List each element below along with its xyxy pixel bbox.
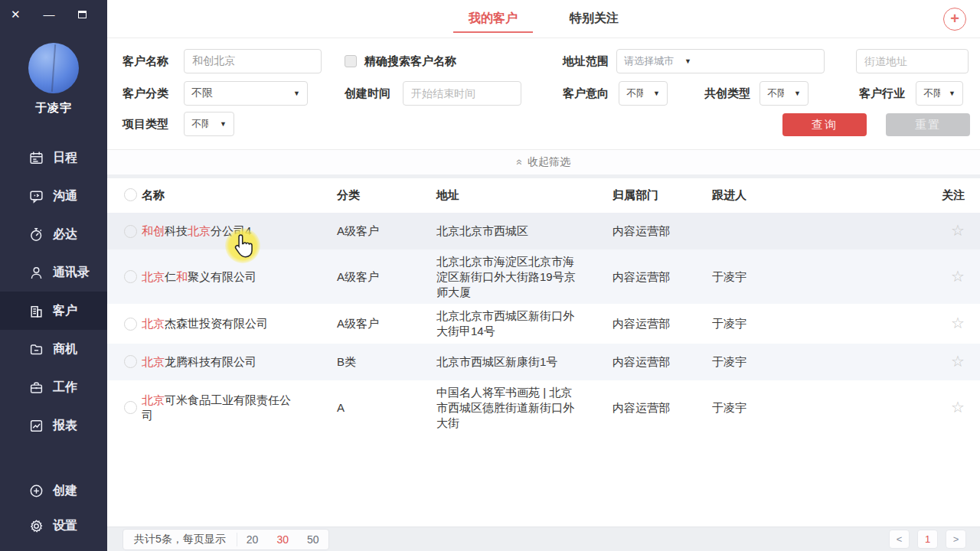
column-header-follow: 关注 — [827, 188, 980, 203]
cocreate-type-select[interactable]: 不限 ▼ — [760, 81, 808, 106]
table-row[interactable]: 北京可米食品工业有限责任公司A中国名人将军书画苑 | 北京市西城区德胜街道新街口… — [107, 380, 980, 435]
sidebar-item-label: 设置 — [53, 518, 77, 534]
tab-my-customers[interactable]: 我的客户 — [461, 0, 525, 38]
follower-cell: 于凌宇 — [712, 354, 827, 370]
address-range-label: 地址范围 — [563, 49, 609, 73]
sidebar-item-create[interactable]: 创建 — [0, 473, 107, 508]
row-select-radio[interactable] — [124, 401, 137, 414]
table-row[interactable]: 北京龙腾科技有限公司B类北京市西城区新康街1号内容运营部于凌宇☆ — [107, 344, 980, 380]
sidebar-item-schedule[interactable]: 日程 — [0, 139, 107, 177]
customer-name-link[interactable]: 北京杰森世投资有限公司 — [142, 316, 337, 331]
reset-button[interactable]: 重置 — [886, 113, 970, 136]
star-icon[interactable]: ☆ — [951, 353, 965, 370]
exact-search-label: 精确搜索客户名称 — [364, 54, 456, 69]
industry-select[interactable]: 不限 ▼ — [916, 81, 963, 106]
row-select-radio[interactable] — [124, 318, 137, 331]
project-type-select[interactable]: 不限 ▼ — [184, 112, 234, 136]
sidebar-item-contacts[interactable]: 通讯录 — [0, 253, 107, 292]
collapse-filters-link[interactable]: « 收起筛选 — [107, 150, 980, 174]
sidebar-item-reports[interactable]: 报表 — [0, 406, 107, 445]
gear-icon — [29, 519, 44, 533]
page-size-20[interactable]: 20 — [237, 533, 268, 546]
page-size-50[interactable]: 50 — [298, 533, 328, 546]
table-row[interactable]: 北京仁和聚义有限公司A级客户北京北京市海淀区北京市海淀区新街口外大街路19号京师… — [107, 249, 980, 304]
column-header-address: 地址 — [436, 188, 612, 203]
customer-name-link[interactable]: 北京仁和聚义有限公司 — [142, 269, 337, 285]
row-select-radio[interactable] — [124, 355, 137, 368]
next-page-button[interactable]: > — [946, 530, 966, 549]
department-cell: 内容运营部 — [612, 400, 712, 416]
street-address-input[interactable] — [856, 49, 969, 73]
minimize-icon[interactable]: — — [44, 8, 55, 20]
sidebar-item-label: 通讯录 — [53, 265, 90, 281]
star-icon[interactable]: ☆ — [951, 222, 965, 239]
add-customer-icon[interactable]: + — [943, 8, 966, 31]
name-text: 分公司4 — [211, 224, 251, 237]
calendar-icon — [29, 151, 44, 165]
star-icon[interactable]: ☆ — [951, 315, 965, 331]
star-icon[interactable]: ☆ — [951, 399, 965, 416]
sidebar-item-bida[interactable]: 必达 — [0, 215, 107, 253]
column-header-category: 分类 — [337, 188, 436, 203]
follower-cell: 于凌宇 — [712, 316, 827, 331]
intent-select[interactable]: 不限 ▼ — [619, 81, 668, 106]
customer-name-label: 客户名称 — [122, 49, 168, 73]
sidebar-item-label: 工作 — [53, 380, 77, 396]
customer-table: 名称 分类 地址 归属部门 跟进人 关注 和创科技北京分公司4A级客户北京北京市… — [107, 178, 980, 527]
avatar[interactable] — [28, 43, 79, 93]
created-time-input[interactable] — [403, 81, 521, 106]
sidebar-menu: 日程 沟通 必达 通讯录 客户 — [0, 139, 107, 445]
maximize-icon[interactable] — [78, 8, 87, 20]
current-page-button[interactable]: 1 — [917, 530, 938, 549]
window-controls: ✕ — — [0, 0, 107, 21]
created-time-label: 创建时间 — [345, 81, 390, 106]
name-keyword-highlight: 北京 — [142, 270, 165, 283]
report-chart-icon — [29, 419, 44, 433]
sidebar-item-communication[interactable]: 沟通 — [0, 177, 107, 215]
row-select-radio[interactable] — [124, 225, 137, 238]
star-icon[interactable]: ☆ — [951, 268, 965, 285]
name-keyword-highlight: 北京 — [188, 224, 211, 237]
table-row[interactable]: 北京杰森世投资有限公司A级客户北京北京市西城区新街口外大街甲14号内容运营部于凌… — [107, 304, 980, 344]
customer-category-label: 客户分类 — [122, 81, 168, 106]
industry-label: 客户行业 — [859, 81, 905, 106]
department-cell: 内容运营部 — [612, 354, 712, 370]
select-all-radio[interactable] — [124, 188, 137, 201]
sidebar-item-settings[interactable]: 设置 — [0, 508, 107, 543]
tab-special-follow[interactable]: 特别关注 — [562, 0, 626, 38]
contacts-icon — [29, 266, 44, 280]
folder-icon — [29, 342, 44, 357]
customer-name-input[interactable] — [184, 49, 322, 73]
sidebar-item-label: 报表 — [53, 418, 77, 434]
page-size-30[interactable]: 30 — [267, 533, 298, 546]
customer-name-link[interactable]: 北京龙腾科技有限公司 — [142, 354, 337, 370]
sidebar-item-work[interactable]: 工作 — [0, 368, 107, 406]
close-icon[interactable]: ✕ — [11, 8, 21, 20]
city-select[interactable]: 请选择城市 ▼ — [616, 49, 825, 73]
category-select[interactable]: 不限 ▼ — [184, 81, 308, 106]
sidebar-item-customers[interactable]: 客户 — [0, 292, 107, 330]
exact-search-checkbox-wrap[interactable]: 精确搜索客户名称 — [345, 49, 456, 73]
customer-name-link[interactable]: 和创科技北京分公司4 — [142, 223, 337, 239]
sidebar-item-label: 客户 — [53, 303, 77, 319]
prev-page-button[interactable]: < — [889, 530, 910, 549]
total-count-label: 共计5条，每页显示 — [123, 533, 237, 546]
search-button[interactable]: 查询 — [782, 113, 867, 136]
row-select-radio[interactable] — [124, 270, 137, 283]
chevron-down-icon: ▼ — [215, 120, 227, 128]
follower-cell: 于凌宇 — [712, 269, 827, 285]
name-keyword-highlight: 和 — [176, 270, 188, 283]
page-size-control: 共计5条，每页显示 20 30 50 — [122, 529, 329, 550]
customer-building-icon — [29, 304, 44, 318]
checkbox-icon[interactable] — [345, 55, 357, 67]
sidebar-item-opportunities[interactable]: 商机 — [0, 330, 107, 368]
sidebar-item-label: 创建 — [53, 483, 77, 499]
customer-name-link[interactable]: 北京可米食品工业有限责任公司 — [142, 393, 337, 423]
sidebar-item-label: 日程 — [53, 150, 77, 166]
table-row[interactable]: 和创科技北京分公司4A级客户北京北京市西城区内容运营部☆ — [107, 213, 980, 249]
department-cell: 内容运营部 — [612, 223, 712, 239]
category-cell: A级客户 — [337, 223, 436, 239]
name-text: 龙腾科技有限公司 — [165, 355, 256, 368]
name-text: 科技 — [165, 224, 188, 237]
pagination: < 1 > — [889, 530, 966, 549]
